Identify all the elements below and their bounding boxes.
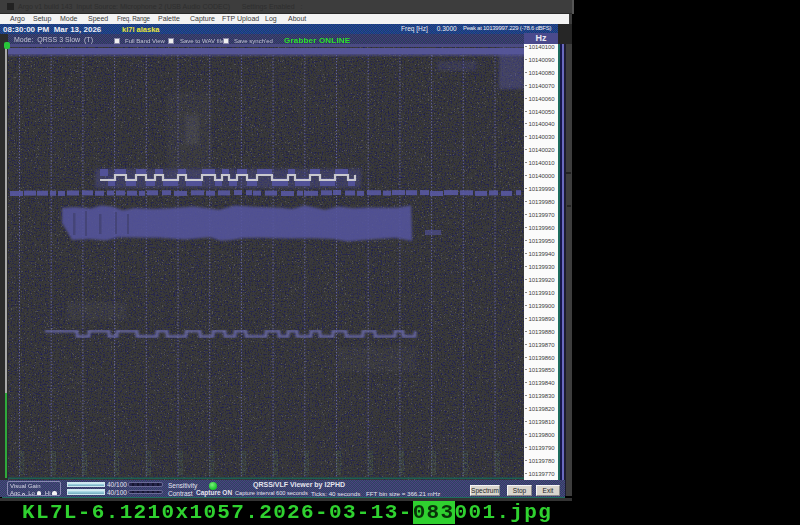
svg-text:08:24:00: 08:24:00	[177, 450, 184, 475]
svg-text:08:26:40: 08:26:40	[303, 450, 310, 475]
svg-text:08:24:40: 08:24:40	[208, 450, 215, 475]
svg-text:08:30:40: 08:30:40	[494, 450, 501, 475]
svg-text:08:28:40: 08:28:40	[398, 450, 405, 475]
svg-text:08:27:20: 08:27:20	[335, 450, 342, 475]
svg-text:08:26:00: 08:26:00	[272, 450, 279, 475]
svg-text:08:29:20: 08:29:20	[430, 450, 437, 475]
svg-text:08:30:00: 08:30:00	[462, 450, 469, 475]
svg-text:08:22:40: 08:22:40	[113, 450, 120, 475]
svg-text:08:22:00: 08:22:00	[81, 450, 88, 475]
svg-text:08:20:40: 08:20:40	[18, 450, 25, 475]
svg-text:08:28:00: 08:28:00	[367, 450, 374, 475]
svg-text:08:25:20: 08:25:20	[240, 450, 247, 475]
svg-text:08:23:20: 08:23:20	[145, 450, 152, 475]
svg-text:08:21:20: 08:21:20	[50, 450, 57, 475]
